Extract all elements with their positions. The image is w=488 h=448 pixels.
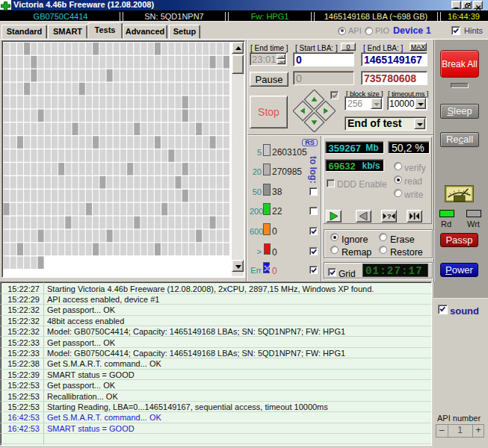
svg-text:?: ? (386, 212, 391, 220)
